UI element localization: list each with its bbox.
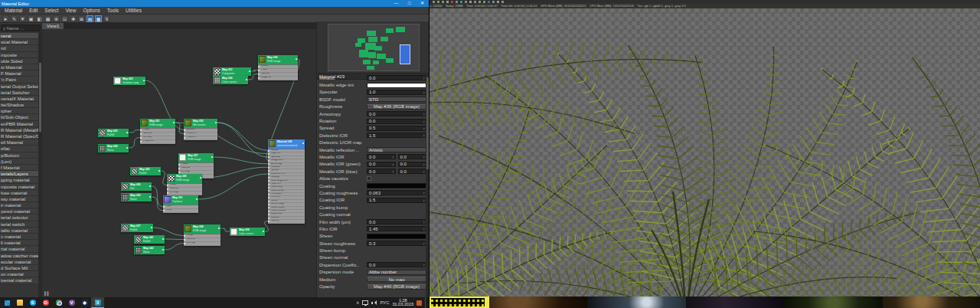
notification-icon[interactable]	[416, 300, 422, 306]
taskbar-chrome[interactable]	[52, 297, 65, 308]
browser-item[interactable]: tallic material	[0, 228, 41, 234]
node-header[interactable]: Map #24Noise	[98, 144, 129, 152]
node-slot[interactable]: Texture 2	[184, 136, 217, 140]
param-spinner[interactable]: 0.0↕	[367, 162, 396, 167]
browser-item[interactable]: 'n Paint	[0, 77, 41, 83]
map-node[interactable]: Map #34Color correct	[213, 76, 248, 84]
node-slot[interactable]: UV map	[184, 242, 220, 246]
browser-item[interactable]: yered material	[0, 208, 41, 215]
taskbar-3dsmax[interactable]: 3	[91, 297, 104, 308]
color-swatch[interactable]	[367, 183, 426, 188]
map-node[interactable]: Map #41Falloff	[134, 235, 165, 244]
node-header[interactable]: Map #23Falloff	[98, 129, 129, 137]
browser-item[interactable]: sical Material	[0, 39, 41, 45]
select-icon[interactable]: ►	[2, 15, 9, 22]
minimap-view-rect[interactable]	[400, 44, 410, 64]
pick-material-icon[interactable]: ✎	[11, 15, 18, 22]
menu-view[interactable]: View	[65, 8, 76, 13]
menu-utilities[interactable]: Utilities	[126, 8, 142, 13]
language-indicator[interactable]: РУС	[380, 297, 389, 308]
browser-item[interactable]: d Surface Mtl	[0, 265, 41, 271]
param-slider[interactable]: 0.5↕	[367, 126, 426, 131]
menu-options[interactable]: Options	[83, 8, 100, 13]
map-node[interactable]: Map #36RGB imageDiffusePowerGammaImage f…	[258, 55, 298, 80]
map-button[interactable]: Map #36 (RGB image)	[367, 104, 426, 110]
maximize-button[interactable]: □	[403, 0, 416, 7]
browser-item[interactable]: ellac	[0, 146, 41, 152]
close-button[interactable]: ✕	[416, 0, 429, 7]
param-slider[interactable]: 0.0↕	[367, 119, 426, 124]
browser-item[interactable]: terial switch	[0, 221, 41, 228]
material-id-channel-icon[interactable]: ▣	[28, 15, 34, 22]
browser-item[interactable]: p/Bottom	[0, 152, 41, 159]
render-preview-icon[interactable]: ↯	[103, 15, 110, 22]
browser-item[interactable]: adow catcher material	[0, 253, 41, 259]
browser-item[interactable]: enPBR Material	[0, 121, 41, 127]
node-header[interactable]: Map #30Noise	[121, 193, 152, 202]
put-to-library-icon[interactable]: ▼	[19, 15, 26, 22]
tray-chevron-icon[interactable]: ∧	[356, 297, 359, 308]
browser-item[interactable]: mposite material	[0, 184, 41, 190]
node-header[interactable]: Material #29universal material	[268, 139, 305, 149]
spinner-icon[interactable]: ↕	[423, 169, 426, 175]
param-slider[interactable]: 0.0↕	[367, 219, 426, 224]
browser-scrollbar[interactable]	[38, 32, 41, 297]
minimize-button[interactable]: —	[390, 0, 403, 7]
param-slider[interactable]: 1.45↕	[367, 226, 426, 231]
node-header[interactable]: Map #38RGB image	[184, 224, 220, 234]
browser-item[interactable]: (Len)	[0, 159, 41, 165]
node-header[interactable]: Map #26Dirt	[121, 182, 152, 191]
browser-item[interactable]: terial Switcher	[0, 90, 41, 96]
param-spinner[interactable]: 0.0↕	[398, 154, 427, 159]
browser-item[interactable]: versalX Material	[0, 96, 41, 102]
network-icon[interactable]	[362, 300, 368, 305]
browser-item[interactable]: terial selector	[0, 215, 41, 221]
search-input[interactable]: y Name ...	[1, 25, 41, 31]
map-node[interactable]: Map #37Falloff	[121, 224, 153, 232]
hide-unused-nodeslots-icon[interactable]: ▩	[95, 15, 102, 22]
param-slider[interactable]: 0.063↕	[367, 190, 426, 195]
browser-item[interactable]: lti/Sub-Object	[0, 114, 41, 120]
param-spinner[interactable]: 0.0↕	[367, 154, 396, 159]
spinner-icon[interactable]: ↕	[423, 112, 426, 117]
param-slider[interactable]: 1.5↕	[367, 133, 426, 138]
param-slider[interactable]: 0.0↕	[367, 111, 426, 116]
node-header[interactable]: Map #31Triplanar	[163, 195, 198, 205]
node-header[interactable]: Map #27RGB image	[178, 153, 214, 162]
node-header[interactable]: Map #21RGB image	[140, 119, 175, 128]
param-slider[interactable]: 1.5↕	[367, 198, 426, 203]
map-node[interactable]: Map #22Gradient ramp	[113, 77, 145, 85]
browser-item[interactable]: ssy material	[0, 196, 41, 202]
param-dropdown[interactable]: Artistic▾	[367, 147, 426, 152]
param-spinner[interactable]: 0.0↕	[398, 162, 427, 167]
menu-tools[interactable]: Tools	[107, 8, 119, 13]
map-node[interactable]: Map #38RGB imagePowerGammaUV map	[184, 224, 220, 246]
map-node[interactable]: Map #31TriplanarInputScale	[163, 195, 198, 213]
browser-item[interactable]: F Material	[0, 70, 41, 77]
node-header[interactable]: Map #41Falloff	[134, 235, 165, 244]
node-header[interactable]: Map #25Falloff	[130, 167, 161, 175]
taskbar-opera[interactable]: O	[39, 297, 52, 308]
zoom-in-icon[interactable]: ⊕	[53, 15, 60, 22]
start-button[interactable]	[0, 297, 13, 308]
spinner-icon[interactable]: ↕	[423, 263, 426, 268]
browser-item[interactable]: nd	[0, 45, 41, 51]
pause-icon[interactable]: ▌▌	[44, 291, 50, 296]
browser-item[interactable]: ir material	[0, 202, 41, 208]
node-header[interactable]: Map #28RGB image	[167, 174, 202, 183]
taskbar-skype[interactable]: S	[26, 297, 39, 308]
browser-item[interactable]: x material	[0, 234, 41, 240]
spinner-icon[interactable]: ↕	[423, 198, 426, 204]
map-node[interactable]: Map #25Falloff	[130, 167, 161, 175]
spinner-icon[interactable]: ↕	[392, 162, 394, 168]
browser-item[interactable]: uble Sided	[0, 58, 41, 64]
menu-edit[interactable]: Edit	[29, 8, 38, 13]
menu-select[interactable]: Select	[44, 8, 58, 13]
show-desktop-button[interactable]	[425, 297, 427, 308]
param-slider[interactable]: 0.3↕	[367, 241, 426, 246]
browser-item[interactable]: iversal material	[0, 277, 41, 283]
volume-icon[interactable]	[371, 300, 377, 306]
param-dropdown[interactable]: STD▾	[367, 97, 426, 102]
spinner-icon[interactable]: ↕	[423, 241, 426, 247]
node-header[interactable]: Map #35Mix texture	[184, 119, 217, 128]
